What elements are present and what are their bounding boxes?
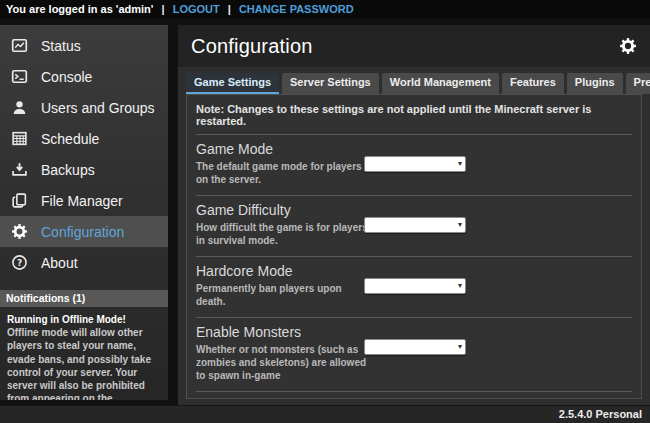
settings-list: Game Mode The default game mode for play…: [196, 134, 632, 399]
setting-game-mode: Game Mode The default game mode for play…: [196, 134, 632, 195]
topbar-separator: |: [162, 3, 165, 15]
topbar: You are logged in as 'admin' | LOGOUT | …: [0, 0, 650, 18]
hardcore-mode-select[interactable]: ▾: [364, 278, 466, 294]
login-status-text: You are logged in as 'admin': [6, 3, 153, 15]
schedule-icon: [11, 130, 28, 147]
game-mode-select[interactable]: ▾: [364, 156, 466, 172]
setting-title: Game Difficulty: [196, 202, 632, 218]
note-text: Note: Changes to these settings are not …: [196, 100, 632, 134]
sidebar-item-label: Users and Groups: [41, 100, 155, 116]
sidebar-item-console[interactable]: Console: [0, 61, 168, 92]
backups-icon: [11, 161, 28, 178]
logout-link[interactable]: LOGOUT: [173, 3, 220, 15]
enable-monsters-select[interactable]: ▾: [364, 339, 466, 355]
console-icon: [11, 68, 28, 85]
tab-world-management[interactable]: World Management: [382, 73, 499, 94]
file-manager-icon: [11, 192, 28, 209]
configuration-icon: [11, 223, 28, 240]
chevron-down-icon: ▾: [458, 340, 462, 354]
setting-description: The default game mode for players on the…: [196, 160, 372, 186]
tab-plugins[interactable]: Plugins: [567, 73, 623, 94]
sidebar-item-label: Status: [41, 38, 81, 54]
about-icon: ?: [11, 254, 28, 271]
topbar-separator: |: [228, 3, 231, 15]
sidebar-item-configuration[interactable]: Configuration: [0, 216, 168, 247]
tab-preferences[interactable]: Preferences: [626, 73, 650, 94]
sidebar-item-label: Console: [41, 69, 92, 85]
sidebar-item-label: Configuration: [41, 224, 124, 240]
game-difficulty-select[interactable]: ▾: [364, 217, 466, 233]
tab-features[interactable]: Features: [502, 73, 564, 94]
sidebar: Status Console Users and Groups Schedule…: [0, 25, 168, 400]
page-title: Configuration: [191, 35, 619, 58]
sidebar-item-about[interactable]: ? About: [0, 247, 168, 278]
chevron-down-icon: ▾: [458, 157, 462, 171]
page-header: Configuration: [178, 25, 650, 67]
sidebar-item-backups[interactable]: Backups: [0, 154, 168, 185]
sidebar-item-label: About: [41, 255, 78, 271]
sidebar-item-label: Schedule: [41, 131, 99, 147]
chevron-down-icon: ▾: [458, 279, 462, 293]
tab-bar: Game Settings Server Settings World Mana…: [186, 73, 642, 94]
notification-text: Offline mode will allow other players to…: [7, 326, 161, 400]
svg-text:?: ?: [17, 258, 22, 268]
sidebar-item-schedule[interactable]: Schedule: [0, 123, 168, 154]
setting-enable-animals: Enable Animals Whether or not friendly a…: [196, 391, 632, 399]
setting-title: Enable Animals: [196, 398, 632, 399]
setting-description: Whether or not monsters (such as zombies…: [196, 343, 372, 382]
main-panel: Configuration Game Settings Server Setti…: [178, 25, 650, 405]
status-icon: [11, 37, 28, 54]
sidebar-item-status[interactable]: Status: [0, 30, 168, 61]
setting-enable-monsters: Enable Monsters Whether or not monsters …: [196, 317, 632, 391]
setting-description: Permanently ban players upon death.: [196, 282, 372, 308]
tab-game-settings[interactable]: Game Settings: [186, 73, 279, 94]
setting-description: How difficult the game is for players in…: [196, 221, 372, 247]
setting-title: Hardcore Mode: [196, 263, 632, 279]
setting-title: Enable Monsters: [196, 324, 632, 340]
notification-panel: Running in Offline Mode! Offline mode wi…: [0, 307, 168, 400]
sidebar-item-file-manager[interactable]: File Manager: [0, 185, 168, 216]
sidebar-item-label: File Manager: [41, 193, 123, 209]
footer-bar: 2.5.4.0 Personal: [0, 405, 650, 423]
notification-title: Running in Offline Mode!: [7, 313, 161, 326]
sidebar-menu: Status Console Users and Groups Schedule…: [0, 25, 168, 278]
setting-title: Game Mode: [196, 141, 632, 157]
sidebar-item-label: Backups: [41, 162, 95, 178]
sidebar-item-users-and-groups[interactable]: Users and Groups: [0, 92, 168, 123]
app-window: You are logged in as 'admin' | LOGOUT | …: [0, 0, 650, 423]
notifications-header: Notifications (1): [0, 290, 168, 307]
chevron-down-icon: ▾: [458, 218, 462, 232]
users-icon: [11, 99, 28, 116]
change-password-link[interactable]: CHANGE PASSWORD: [239, 3, 354, 15]
gear-icon[interactable]: [619, 37, 637, 55]
setting-game-difficulty: Game Difficulty How difficult the game i…: [196, 195, 632, 256]
version-label: 2.5.4.0 Personal: [559, 408, 642, 420]
setting-hardcore-mode: Hardcore Mode Permanently ban players up…: [196, 256, 632, 317]
tab-content: Note: Changes to these settings are not …: [186, 94, 642, 399]
tab-server-settings[interactable]: Server Settings: [282, 73, 379, 94]
